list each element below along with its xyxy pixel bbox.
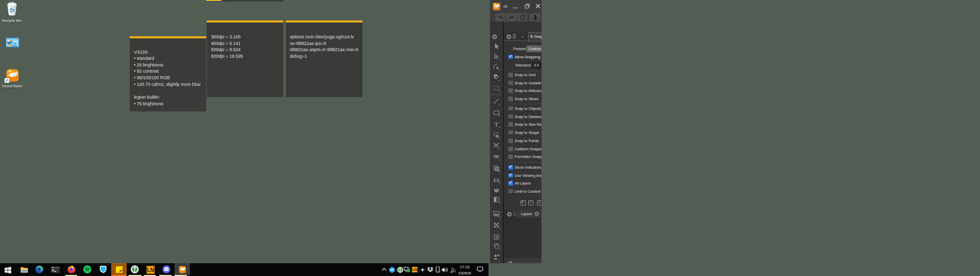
svg-text:LN: LN <box>412 268 417 271</box>
svg-text:LN: LN <box>147 267 154 272</box>
svg-text:T: T <box>495 120 499 128</box>
